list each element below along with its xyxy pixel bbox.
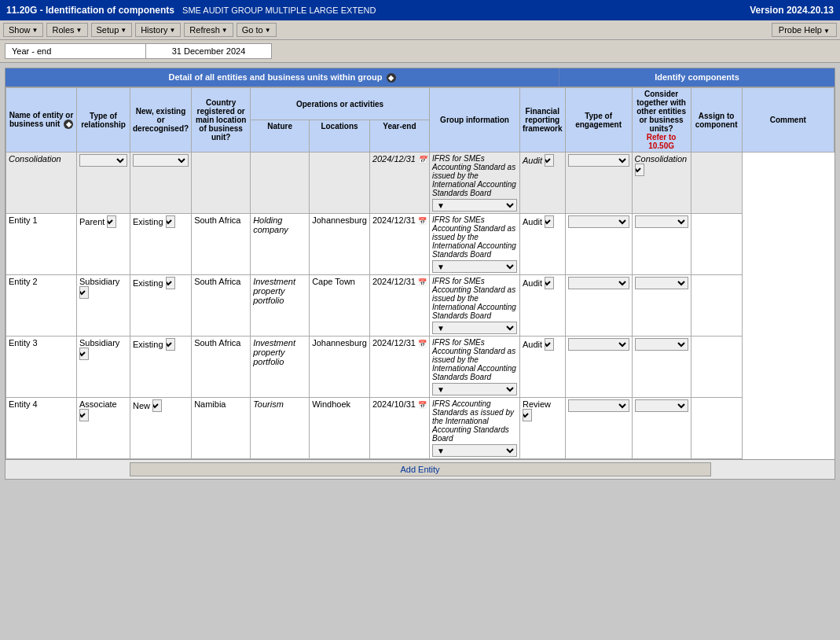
col-comment: Comment xyxy=(742,88,834,153)
cell-year-end: 2024/12/31 📅 xyxy=(369,153,429,214)
setup-menu[interactable]: Setup xyxy=(91,23,133,37)
cell-engagement[interactable]: Audit ▼ xyxy=(520,153,566,214)
cell-engagement[interactable]: Audit ▼ xyxy=(520,337,566,398)
cell-consider[interactable] xyxy=(565,275,632,337)
cell-financial: IFRS for SMEs Accounting Standard as iss… xyxy=(430,337,520,398)
consider-select[interactable] xyxy=(568,399,629,412)
consider-select[interactable] xyxy=(568,338,629,351)
type-rel-select[interactable]: ▼ xyxy=(107,215,116,228)
financial-select[interactable]: ▼ xyxy=(432,383,517,395)
cell-assign[interactable] xyxy=(632,398,691,459)
add-entity-button[interactable]: Add Entity xyxy=(130,462,711,476)
financial-select[interactable]: ▼ xyxy=(432,444,517,457)
engagement-select[interactable]: ▼ xyxy=(545,154,554,167)
cell-type-rel[interactable]: Subsidiary ▼ xyxy=(77,275,130,337)
col-new-existing: New, existing or derecognised? xyxy=(130,88,192,153)
section-headers: Detail of all entities and business unit… xyxy=(6,68,834,87)
type-rel-select[interactable]: ▼ xyxy=(79,409,89,421)
financial-select[interactable]: ▼ xyxy=(432,260,517,273)
cell-consider[interactable] xyxy=(565,214,632,275)
cell-nature xyxy=(251,153,310,214)
engagement-select[interactable]: ▼ xyxy=(545,338,554,351)
new-existing-select[interactable]: ▼ xyxy=(166,338,175,351)
new-existing-select[interactable]: ▼ xyxy=(152,399,162,412)
cell-nature: Tourism xyxy=(251,398,310,459)
section-header-right: Identify components xyxy=(559,68,834,86)
cell-consider[interactable] xyxy=(565,398,632,459)
consider-select[interactable] xyxy=(568,154,629,167)
year-end-label: Year - end xyxy=(5,43,146,59)
type-rel-select[interactable] xyxy=(79,154,127,167)
col-engagement: Type of engagement xyxy=(565,88,632,153)
cell-nature: Investment property portfolio xyxy=(251,275,310,337)
cell-entity-name: Entity 2 xyxy=(6,275,77,337)
type-rel-select[interactable]: ▼ xyxy=(79,348,89,360)
cell-financial: IFRS for SMEs Accounting Standard as iss… xyxy=(430,275,520,337)
engagement-select[interactable]: ▼ xyxy=(545,215,554,228)
info-icon-1[interactable]: ◆ xyxy=(387,73,396,83)
cell-nature: Holding company xyxy=(251,214,310,275)
cell-engagement[interactable]: Audit ▼ xyxy=(520,275,566,337)
cell-locations: Johannesburg xyxy=(310,337,370,398)
goto-menu[interactable]: Go to xyxy=(237,23,277,37)
cell-year-end: 2024/12/31 📅 xyxy=(369,337,429,398)
cell-type-rel[interactable]: Parent ▼ xyxy=(77,214,130,275)
app-tags: SME AUDIT GROUP MULTIPLE LARGE EXTEND xyxy=(182,6,376,15)
cell-country xyxy=(192,153,251,214)
cell-type-rel[interactable] xyxy=(77,153,130,214)
consider-select[interactable] xyxy=(568,215,629,228)
menu-bar: Show Roles Setup History Refresh Go to P… xyxy=(0,20,840,40)
cell-type-rel[interactable]: Associate ▼ xyxy=(77,398,130,459)
cell-type-rel[interactable]: Subsidiary ▼ xyxy=(77,337,130,398)
cell-consider[interactable] xyxy=(565,153,632,214)
calendar-icon[interactable]: 📅 xyxy=(418,156,427,164)
financial-select[interactable]: ▼ xyxy=(432,199,517,211)
cell-engagement[interactable]: Review ▼ xyxy=(520,398,566,459)
type-rel-select[interactable]: ▼ xyxy=(79,286,89,299)
table-row: Entity 4 Associate ▼ New ▼ Namibia Touri… xyxy=(6,398,834,459)
cell-assign[interactable] xyxy=(632,275,691,337)
cell-new-existing[interactable]: New ▼ xyxy=(130,398,192,459)
financial-select[interactable]: ▼ xyxy=(432,322,517,334)
cell-assign[interactable] xyxy=(632,214,691,275)
show-menu[interactable]: Show xyxy=(3,23,43,37)
assign-select[interactable] xyxy=(635,277,688,289)
main-content: Detail of all entities and business unit… xyxy=(0,63,840,484)
cell-engagement[interactable]: Audit ▼ xyxy=(520,214,566,275)
cell-new-existing[interactable]: Existing ▼ xyxy=(130,337,192,398)
cell-consider[interactable] xyxy=(565,337,632,398)
cell-entity-name: Entity 4 xyxy=(6,398,77,459)
assign-select[interactable] xyxy=(635,338,688,351)
history-menu[interactable]: History xyxy=(135,23,181,37)
cell-assign[interactable]: Consolidation ▼ xyxy=(632,153,691,214)
cell-new-existing[interactable]: Existing ▼ xyxy=(130,275,192,337)
cell-new-existing[interactable] xyxy=(130,153,192,214)
engagement-select[interactable]: ▼ xyxy=(523,409,532,421)
col-entity-name: Name of entity or business unit ◆ xyxy=(6,88,77,153)
info-icon-entity[interactable]: ◆ xyxy=(64,120,73,129)
assign-select[interactable] xyxy=(635,215,688,228)
col-locations: Locations xyxy=(310,120,370,153)
table-row: Entity 3 Subsidiary ▼ Existing ▼ South A… xyxy=(6,337,834,398)
cell-new-existing[interactable]: Existing ▼ xyxy=(130,214,192,275)
consider-select[interactable] xyxy=(568,277,629,289)
cell-entity-name: Entity 3 xyxy=(6,337,77,398)
refresh-menu[interactable]: Refresh xyxy=(184,23,233,37)
roles-menu[interactable]: Roles xyxy=(46,23,87,37)
assign-select[interactable] xyxy=(635,399,688,412)
calendar-icon[interactable]: 📅 xyxy=(418,340,427,348)
table-body: Consolidation 2024/12/31 📅 IFRS for SMEs… xyxy=(6,153,834,459)
table-row: Entity 2 Subsidiary ▼ Existing ▼ South A… xyxy=(6,275,834,337)
calendar-icon[interactable]: 📅 xyxy=(418,278,427,286)
calendar-icon[interactable]: 📅 xyxy=(418,217,427,225)
new-existing-select[interactable] xyxy=(133,154,189,167)
year-bar: Year - end 31 December 2024 xyxy=(0,40,840,63)
col-assign: Assign to component xyxy=(691,88,742,153)
new-existing-select[interactable]: ▼ xyxy=(166,277,175,289)
calendar-icon[interactable]: 📅 xyxy=(418,401,427,409)
probe-help-btn[interactable]: Probe Help xyxy=(772,23,837,37)
engagement-select[interactable]: ▼ xyxy=(545,277,554,289)
assign-select[interactable]: ▼ xyxy=(635,164,644,176)
new-existing-select[interactable]: ▼ xyxy=(166,215,175,228)
cell-assign[interactable] xyxy=(632,337,691,398)
